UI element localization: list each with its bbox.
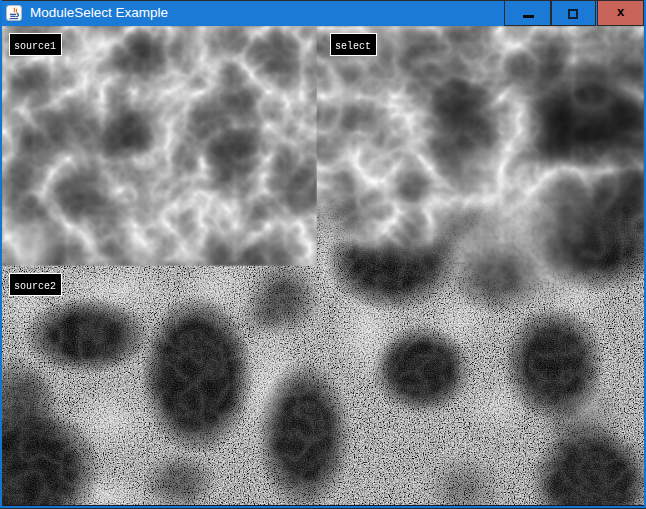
svg-text:source2: source2 — [14, 280, 56, 291]
svg-text:source1: source1 — [14, 40, 56, 51]
svg-text:select: select — [335, 40, 371, 51]
